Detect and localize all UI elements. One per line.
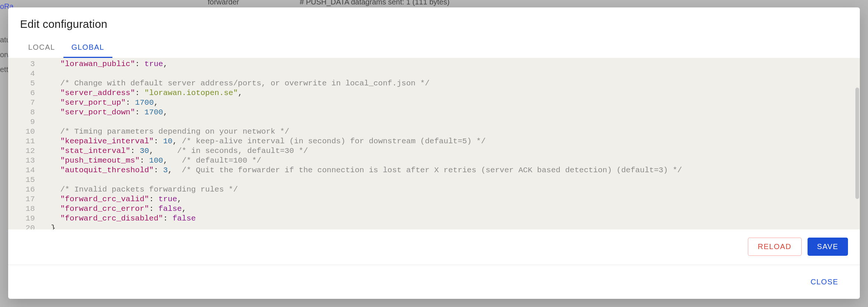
line-number: 10 — [8, 127, 42, 137]
line-number: 15 — [8, 175, 42, 185]
close-button[interactable]: CLOSE — [801, 273, 848, 291]
code-line: 20 } — [8, 223, 860, 229]
code-editor-lines: 3 "lorawan_public": true,45 /* Change wi… — [8, 58, 860, 229]
line-number: 6 — [8, 88, 42, 98]
code-line: 11 "keepalive_interval": 10, /* keep-ali… — [8, 137, 860, 146]
code-content: /* Change with default server address/po… — [42, 79, 860, 88]
code-editor[interactable]: 3 "lorawan_public": true,45 /* Change wi… — [8, 58, 860, 229]
code-content: /* Invalid packets forwarding rules */ — [42, 185, 860, 195]
code-line: 10 /* Timing parameters depending on you… — [8, 127, 860, 137]
line-number: 4 — [8, 69, 42, 79]
code-line: 17 "forward_crc_valid": true, — [8, 195, 860, 204]
line-number: 20 — [8, 223, 42, 229]
code-content: "autoquit_threshold": 3, /* Quit the for… — [42, 166, 860, 175]
code-line: 7 "serv_port_up": 1700, — [8, 98, 860, 108]
tab-local[interactable]: LOCAL — [20, 39, 63, 58]
line-number: 17 — [8, 195, 42, 204]
code-line: 15 — [8, 175, 860, 185]
code-line: 8 "serv_port_down": 1700, — [8, 108, 860, 117]
line-number: 13 — [8, 156, 42, 166]
code-content: } — [42, 223, 860, 229]
line-number: 16 — [8, 185, 42, 195]
modal-title: Edit configuration — [20, 18, 848, 30]
code-content: "forward_crc_valid": true, — [42, 195, 860, 204]
editor-actions: RELOAD SAVE — [8, 229, 860, 265]
code-content: "serv_port_up": 1700, — [42, 98, 860, 108]
reload-button[interactable]: RELOAD — [748, 238, 802, 256]
code-content: "forward_crc_error": false, — [42, 204, 860, 214]
code-line: 6 "server_address": "lorawan.iotopen.se"… — [8, 88, 860, 98]
line-number: 14 — [8, 166, 42, 175]
modal-footer: CLOSE — [8, 265, 860, 299]
save-button[interactable]: SAVE — [808, 238, 848, 256]
code-line: 12 "stat_interval": 30, /* in seconds, d… — [8, 146, 860, 156]
code-content: /* Timing parameters depending on your n… — [42, 127, 860, 137]
line-number: 18 — [8, 204, 42, 214]
tabs: LOCAL GLOBAL — [8, 30, 860, 58]
code-content: "serv_port_down": 1700, — [42, 108, 860, 117]
code-line: 16 /* Invalid packets forwarding rules *… — [8, 185, 860, 195]
code-content: "stat_interval": 30, /* in seconds, defa… — [42, 146, 860, 156]
code-line: 3 "lorawan_public": true, — [8, 59, 860, 69]
line-number: 5 — [8, 79, 42, 88]
code-line: 4 — [8, 69, 860, 79]
code-line: 13 "push_timeout_ms": 100, /* default=10… — [8, 156, 860, 166]
code-content: "lorawan_public": true, — [42, 59, 860, 69]
edit-configuration-modal: Edit configuration LOCAL GLOBAL 3 "loraw… — [8, 7, 860, 299]
bg-forwarder-label: forwarder — [208, 0, 239, 6]
code-content: "server_address": "lorawan.iotopen.se", — [42, 88, 860, 98]
code-line: 18 "forward_crc_error": false, — [8, 204, 860, 214]
code-content: "keepalive_interval": 10, /* keep-alive … — [42, 137, 860, 146]
line-number: 12 — [8, 146, 42, 156]
editor-scrollbar-thumb[interactable] — [855, 88, 859, 199]
code-line: 9 — [8, 117, 860, 127]
line-number: 8 — [8, 108, 42, 117]
tab-global[interactable]: GLOBAL — [63, 39, 112, 58]
bg-push-data: # PUSH_DATA datagrams sent: 1 (111 bytes… — [300, 0, 450, 6]
code-content: "forward_crc_disabled": false — [42, 214, 860, 223]
code-line: 19 "forward_crc_disabled": false — [8, 214, 860, 223]
code-line: 5 /* Change with default server address/… — [8, 79, 860, 88]
code-line: 14 "autoquit_threshold": 3, /* Quit the … — [8, 166, 860, 175]
line-number: 9 — [8, 117, 42, 127]
code-content: "push_timeout_ms": 100, /* default=100 *… — [42, 156, 860, 166]
modal-header: Edit configuration — [8, 7, 860, 30]
line-number: 11 — [8, 137, 42, 146]
line-number: 3 — [8, 59, 42, 69]
line-number: 7 — [8, 98, 42, 108]
line-number: 19 — [8, 214, 42, 223]
